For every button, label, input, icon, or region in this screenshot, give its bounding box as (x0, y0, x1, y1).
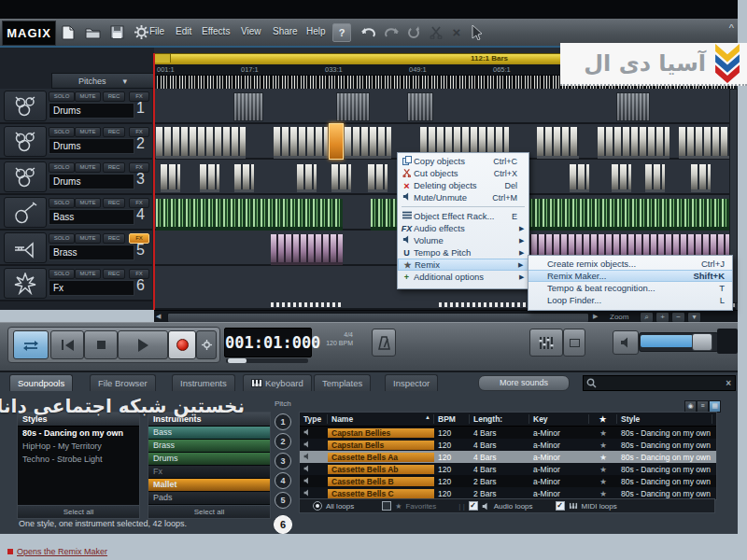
midi-drum-object[interactable] (345, 127, 391, 159)
settings-gear-icon[interactable] (131, 22, 151, 42)
tab-inspector[interactable]: Inspector (385, 374, 438, 391)
col-favorite[interactable]: ★ (589, 414, 617, 424)
instruments-select-all-button[interactable]: Select all (148, 505, 271, 519)
search-box[interactable]: × (583, 375, 736, 391)
solo-button[interactable]: SOLO (49, 269, 75, 279)
transport-settings-button[interactable] (196, 330, 217, 359)
pitch-button-4[interactable]: 4 (275, 472, 291, 489)
rec-button[interactable]: REC (103, 269, 125, 279)
track-header-2[interactable]: SOLO MUTE REC FX Drums 2 (0, 124, 152, 160)
favorites-checkbox[interactable] (382, 501, 391, 511)
menu-file[interactable]: File (149, 26, 164, 36)
table-row[interactable]: Cassette Bells B 1202 Bars a-Minor★ 80s … (300, 475, 716, 487)
tab-keyboard[interactable]: Keyboard (243, 374, 312, 391)
midi-drum-object[interactable] (297, 164, 317, 192)
col-length[interactable]: Length: (470, 414, 529, 424)
pitch-button-1[interactable]: 1 (275, 413, 291, 430)
refresh-icon[interactable] (403, 22, 424, 42)
audio-loops-checkbox[interactable]: ✓ (469, 501, 478, 511)
track-header-5[interactable]: SOLO MUTE REC FX Brass 5 (0, 231, 152, 266)
stop-button[interactable] (84, 330, 118, 359)
solo-button[interactable]: SOLO (49, 233, 75, 244)
solo-button[interactable]: SOLO (49, 91, 75, 102)
master-volume-mute-button[interactable] (613, 330, 639, 355)
track-header-6[interactable]: SOLO MUTE REC FX Fx 6 (0, 266, 152, 301)
instrument-item[interactable]: Bass (148, 427, 270, 440)
open-folder-icon[interactable] (82, 22, 103, 42)
volume-handle[interactable] (692, 333, 712, 351)
mixer-button[interactable] (529, 329, 563, 357)
save-icon[interactable] (106, 22, 127, 42)
favorite-star-icon[interactable]: ★ (589, 489, 617, 498)
midi-drum-object[interactable] (161, 164, 180, 192)
menu-share[interactable]: Share (273, 26, 298, 36)
instrument-item[interactable]: Drums (148, 453, 270, 466)
loop-name[interactable]: Capstan Bells (328, 441, 434, 450)
solo-button[interactable]: SOLO (49, 127, 75, 137)
menu-item-cut-objects[interactable]: Cut objects Ctrl+X (398, 167, 529, 179)
scroll-left-icon[interactable]: ◀ (156, 313, 161, 320)
instrument-item[interactable]: Brass (148, 440, 270, 453)
audio-object[interactable] (407, 92, 433, 121)
pitch-button-6-active[interactable]: 6 (274, 515, 292, 534)
menu-edit[interactable]: Edit (176, 26, 191, 36)
track-name[interactable]: Drums (49, 138, 134, 154)
mute-button[interactable]: MUTE (75, 162, 101, 173)
favorite-star-icon[interactable]: ★ (589, 428, 617, 438)
col-type[interactable]: Type (300, 414, 328, 424)
track-name[interactable]: Brass (49, 245, 134, 260)
col-name[interactable]: Name ▲ (328, 414, 434, 424)
audio-object[interactable] (336, 92, 370, 121)
menu-item-additional-options[interactable]: + Additional options ▶ (398, 271, 529, 283)
menu-help[interactable]: Help (306, 26, 326, 36)
midi-drum-object[interactable] (691, 164, 711, 192)
midi-loops-checkbox[interactable]: ✓ (556, 501, 565, 511)
mouse-tool-icon[interactable] (467, 22, 487, 42)
track-name[interactable]: Fx (49, 280, 134, 296)
mute-button[interactable]: MUTE (75, 269, 101, 279)
mute-button[interactable]: MUTE (75, 233, 101, 244)
favorite-star-icon[interactable]: ★ (589, 441, 617, 450)
rec-button[interactable]: REC (103, 198, 125, 208)
toolbar-collapse-icon[interactable]: ^ (729, 22, 734, 34)
midi-drum-object[interactable] (570, 164, 589, 192)
table-row[interactable]: Capstan Bells 1204 Bars a-Minor★ 80s - D… (300, 439, 716, 451)
loop-button[interactable] (13, 330, 49, 359)
rec-button[interactable]: REC (103, 127, 125, 137)
instrument-item[interactable]: Pads (148, 492, 270, 505)
metronome-button[interactable] (372, 329, 396, 357)
loop-name[interactable]: Capstan Bellies (328, 428, 434, 438)
menu-item-tempo-pitch[interactable]: U Tempo & Pitch ▶ (398, 246, 529, 259)
submenu-item-loop-finder[interactable]: Loop Finder...L (529, 294, 732, 306)
track-name[interactable]: Drums (49, 174, 134, 189)
menu-effects[interactable]: Effects (202, 26, 230, 36)
skip-to-start-button[interactable] (50, 330, 84, 359)
new-document-icon[interactable] (58, 22, 78, 42)
favorite-star-icon[interactable]: ★ (589, 465, 617, 474)
table-row[interactable]: Capstan Bellies 1204 Bars a-Minor★ 80s -… (300, 427, 716, 439)
help-icon[interactable]: ? (339, 27, 345, 38)
table-header-row[interactable]: Type Name ▲ BPM Length: Key ★ Style (300, 413, 716, 427)
menu-view[interactable]: View (241, 26, 261, 36)
midi-drum-object[interactable] (274, 127, 328, 159)
menu-item-copy-objects[interactable]: Copy objects Ctrl+C (398, 155, 529, 167)
bass-audio-object[interactable] (156, 199, 343, 231)
instrument-item-selected[interactable]: Mallet (148, 479, 270, 492)
col-key[interactable]: Key (529, 414, 589, 424)
master-volume-slider[interactable] (639, 332, 719, 352)
pitches-dropdown[interactable]: Pitches ▾ (51, 73, 154, 89)
track-header-1[interactable]: SOLO MUTE REC FX Drums 1 (0, 89, 152, 124)
midi-drum-object[interactable] (200, 164, 219, 192)
scissors-icon[interactable] (426, 22, 446, 42)
menu-item-audio-effects[interactable]: FX Audio effects ▶ (398, 222, 529, 234)
favorite-star-icon[interactable]: ★ (589, 477, 617, 486)
menu-item-volume[interactable]: Volume ▶ (398, 234, 529, 246)
menu-item-deleting-objects[interactable]: × Deleting objects Del (398, 179, 529, 191)
midi-drum-object[interactable] (598, 127, 669, 159)
loop-name[interactable]: Cassette Bells C (328, 489, 434, 498)
redo-icon[interactable] (381, 22, 402, 42)
mute-button[interactable]: MUTE (75, 127, 101, 137)
col-bpm[interactable]: BPM (434, 414, 470, 424)
all-loops-radio[interactable] (313, 501, 322, 511)
menu-item-object-effect-rack[interactable]: Object Effect Rack... E (398, 210, 529, 222)
